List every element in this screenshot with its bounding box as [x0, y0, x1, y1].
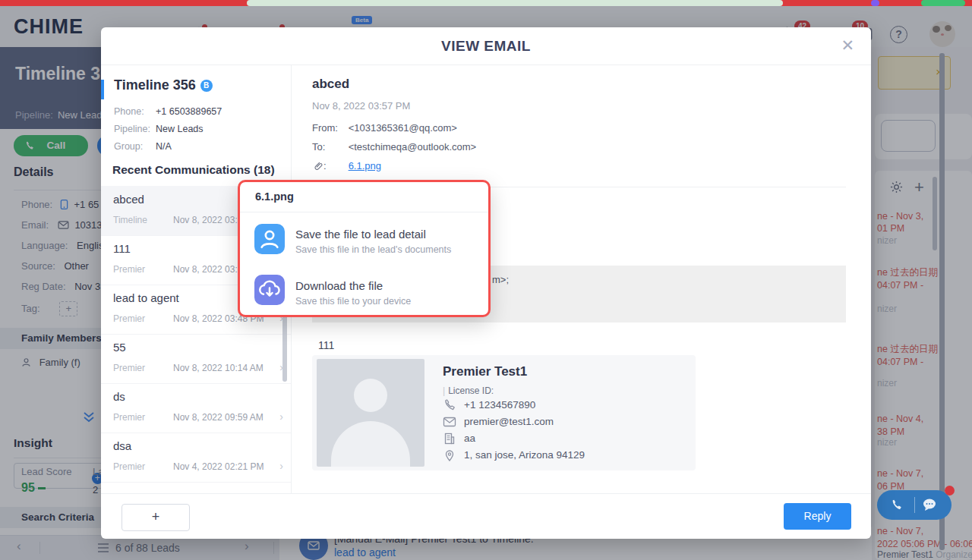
contact-email: premier@test1.com: [464, 416, 554, 427]
contact-license: |License ID:: [443, 385, 494, 396]
pipeline-label: Pipeline:: [114, 124, 150, 134]
contact-avatar-placeholder: [317, 359, 424, 467]
comm-item[interactable]: ds Premier Nov 8, 2022 09:59 AM ›: [101, 383, 291, 433]
comm-type: Premier: [113, 363, 145, 373]
add-communication-button[interactable]: +: [122, 504, 190, 531]
save-to-lead-icon[interactable]: [254, 224, 285, 254]
modal-title: VIEW EMAIL: [101, 27, 871, 64]
contact-company: aa: [464, 433, 475, 444]
to-label: To:: [312, 141, 346, 153]
divider: [240, 212, 488, 212]
download-file-subtitle: Save this file to your device: [295, 296, 411, 307]
email-subject: abced: [312, 77, 349, 92]
from-value: <1031365361@qq.com>: [349, 122, 457, 134]
phone-value: +1 6503889657: [156, 106, 222, 117]
comm-title: 111: [113, 242, 131, 255]
comm-type: Premier: [113, 264, 145, 275]
divider: |: [443, 385, 445, 396]
contact-company-row: aa: [443, 433, 475, 444]
comm-date: Nov 8, 2022 09:59 AM: [173, 412, 264, 423]
attachment-link[interactable]: 6.1.png: [349, 160, 381, 171]
recorder-button[interactable]: [921, 0, 965, 6]
recent-communications-title: Recent Communications (18): [112, 163, 275, 177]
recorder-progress: [247, 0, 783, 6]
colon: :: [323, 160, 327, 171]
comm-title: abced: [113, 193, 144, 206]
phone-icon: [443, 398, 456, 412]
avatar-silhouette: [331, 421, 410, 467]
modal-header: VIEW EMAIL ✕: [101, 27, 871, 65]
comm-date: Nov 8, 2022 03:5: [173, 264, 242, 275]
comm-type: Premier: [113, 461, 145, 472]
modal-lead-name: Timeline 356B: [114, 77, 213, 93]
reply-button[interactable]: Reply: [784, 503, 851, 530]
contact-phone-row: +1 1234567890: [443, 399, 535, 411]
comm-item[interactable]: 55 Premier Nov 8, 2022 10:14 AM ›: [101, 334, 291, 384]
comm-item[interactable]: dsa Premier Nov 4, 2022 02:21 PM ›: [101, 433, 291, 483]
building-icon: [443, 432, 456, 445]
contact-name: Premier Test1: [443, 364, 527, 379]
email-to-row: To: <testchimeqa@outlook.com>: [312, 141, 476, 153]
comm-type: Premier: [113, 313, 145, 324]
to-value: <testchimeqa@outlook.com>: [349, 141, 477, 153]
buyer-badge: B: [200, 80, 213, 92]
email-date: Nov 8, 2022 03:57 PM: [312, 100, 410, 112]
comm-date: Nov 8, 2022 03:5: [173, 215, 242, 225]
contact-address-row: 1, san jose, Arizona 94129: [443, 449, 585, 461]
modal-footer: + Reply: [101, 493, 871, 540]
group-value: N/A: [156, 141, 172, 152]
email-body-text: 111: [318, 339, 334, 351]
license-label: License ID:: [448, 385, 494, 396]
active-indicator: [101, 80, 104, 99]
avatar-silhouette: [354, 379, 387, 412]
chat-notification-dot: [945, 486, 955, 496]
comm-date: Nov 4, 2022 02:21 PM: [173, 461, 264, 472]
location-pin-icon: [443, 448, 456, 462]
download-file-title[interactable]: Download the file: [295, 279, 383, 292]
chevron-right-icon: ›: [279, 460, 283, 472]
quoted-fragment: m>;: [492, 274, 509, 285]
comm-type: Timeline: [113, 215, 147, 225]
download-file-icon[interactable]: [254, 275, 285, 305]
comm-title: lead to agent: [113, 291, 179, 304]
contact-email-row: premier@test1.com: [443, 416, 554, 427]
popup-file-name: 6.1.png: [255, 190, 294, 203]
attachment-label: :: [312, 160, 346, 171]
email-from-row: From: <1031365361@qq.com>: [312, 122, 457, 134]
comm-type: Premier: [113, 412, 145, 423]
contact-address: 1, san jose, Arizona 94129: [464, 449, 585, 461]
floating-comm-widget: [877, 490, 951, 520]
modal-row-pipeline: Pipeline: New Leads: [114, 124, 150, 134]
recorder-dot: [871, 0, 879, 6]
email-attachment-row: : 6.1.png: [312, 160, 381, 171]
comm-title: 55: [113, 341, 126, 354]
contact-signature-card: Premier Test1 |License ID: +1 1234567890…: [312, 355, 696, 470]
attachment-action-popup: 6.1.png Save the file to lead detail Sav…: [238, 180, 491, 317]
modal-row-group: Group: N/A: [114, 141, 143, 152]
divider: [914, 497, 915, 513]
screen-recorder-bar: [0, 0, 972, 6]
save-to-lead-subtitle: Save this file in the lead's documents: [295, 244, 451, 255]
save-to-lead-title[interactable]: Save the file to lead detail: [295, 228, 426, 241]
group-label: Group:: [114, 141, 143, 152]
comm-title: ds: [113, 390, 125, 403]
modal-row-phone: Phone: +1 6503889657: [114, 106, 144, 117]
chime-crm-screen: CHIME Beta: [0, 0, 972, 560]
contact-phone: +1 1234567890: [464, 399, 535, 411]
close-icon[interactable]: ✕: [841, 36, 854, 55]
from-label: From:: [312, 122, 346, 134]
comm-title: dsa: [113, 439, 131, 452]
paperclip-icon: [312, 160, 323, 171]
chevron-right-icon: ›: [279, 411, 283, 423]
phone-label: Phone:: [114, 106, 144, 117]
lead-name-text: Timeline 356: [114, 77, 196, 93]
pipeline-value: New Leads: [156, 124, 204, 134]
mail-icon: [443, 415, 456, 429]
pill-phone-icon: [893, 500, 901, 509]
comm-date: Nov 8, 2022 10:14 AM: [173, 363, 264, 373]
pill-chat-icon: [922, 498, 937, 511]
